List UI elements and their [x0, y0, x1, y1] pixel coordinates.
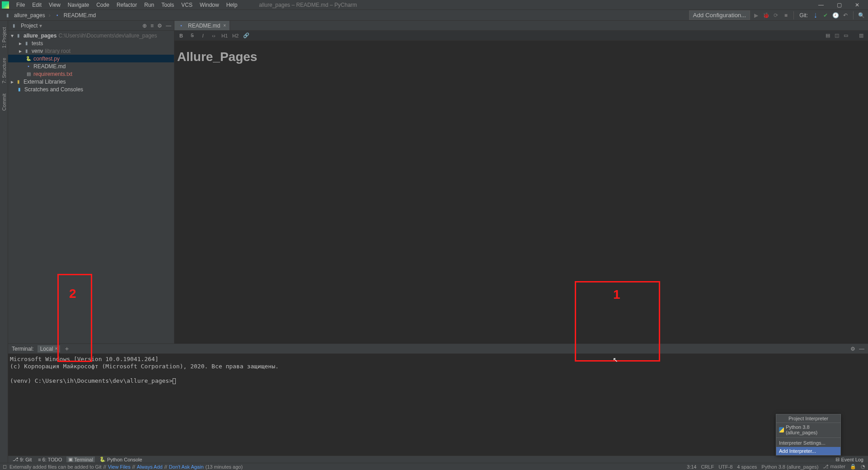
- status-time-ago: (13 minutes ago): [206, 464, 243, 470]
- popup-interpreter-settings[interactable]: Interpreter Settings...: [776, 439, 840, 447]
- status-branch[interactable]: ⎇ master: [823, 464, 845, 470]
- breadcrumb-separator-icon: ›: [49, 12, 51, 19]
- markdown-heading: Allure_Pages: [177, 50, 865, 64]
- popup-add-interpreter[interactable]: Add Interpreter...: [776, 447, 840, 455]
- strikethrough-icon[interactable]: S̶: [189, 33, 195, 38]
- menu-help[interactable]: Help: [223, 1, 241, 9]
- window-close-button[interactable]: ✕: [848, 0, 866, 10]
- tool-python-console-button[interactable]: 🐍 Python Console: [98, 456, 144, 462]
- hide-panel-icon[interactable]: —: [166, 23, 171, 29]
- menu-vcs[interactable]: VCS: [178, 1, 196, 9]
- tool-todo-button[interactable]: ≡ 6: TODO: [36, 457, 64, 462]
- menu-run[interactable]: Run: [141, 1, 158, 9]
- statusbar-left-icon[interactable]: ◻: [3, 464, 7, 470]
- locate-icon[interactable]: ⊕: [142, 23, 147, 29]
- tool-project-button[interactable]: 1: Project: [1, 25, 7, 50]
- expand-all-icon[interactable]: ≡: [150, 23, 154, 29]
- tree-conftest-file[interactable]: 🐍conftest.py: [8, 55, 174, 62]
- left-gutter: 1: Project 7: Structure Commit: [0, 21, 8, 470]
- h2-icon[interactable]: H2: [232, 33, 239, 38]
- run-icon[interactable]: ▶: [752, 11, 760, 19]
- run-coverage-icon[interactable]: ⟳: [772, 11, 780, 19]
- popup-title: Project Interpreter: [776, 414, 840, 423]
- breadcrumb: ▮allure_pages › ▪README.md: [3, 12, 98, 19]
- python-icon: [779, 427, 784, 432]
- statusbar: ◻ Externally added files can be added to…: [0, 463, 868, 470]
- git-rollback-icon[interactable]: ↶: [841, 11, 849, 19]
- status-encoding[interactable]: UTF-8: [718, 464, 732, 470]
- status-lock-icon[interactable]: 🔒: [850, 464, 856, 470]
- tool-structure-button[interactable]: 7: Structure: [1, 56, 7, 85]
- view-preview-icon[interactable]: ▭: [843, 33, 849, 38]
- menu-code[interactable]: Code: [93, 1, 113, 9]
- close-tab-icon[interactable]: ×: [223, 23, 226, 28]
- status-indent[interactable]: 4 spaces: [737, 464, 757, 470]
- tree-root[interactable]: ▾▮ allure_pages C:\Users\ih\Documents\de…: [8, 32, 174, 39]
- status-daemon-icon[interactable]: ◔: [861, 464, 865, 470]
- stop-icon[interactable]: ■: [782, 11, 790, 19]
- terminal-body[interactable]: Microsoft Windows [Version 10.0.19041.26…: [8, 354, 868, 456]
- view-rendered-icon[interactable]: ▥: [858, 33, 864, 38]
- tool-git-button[interactable]: ⎇ 9: Git: [11, 456, 33, 462]
- status-cursor-pos[interactable]: 3:14: [687, 464, 696, 470]
- terminal-cursor-icon: [173, 378, 176, 384]
- project-panel-title[interactable]: ▮Project ▾: [11, 23, 42, 29]
- status-message: Externally added files can be added to G…: [9, 464, 102, 470]
- menu-tools[interactable]: Tools: [158, 1, 178, 9]
- tree-readme-file[interactable]: ▪README.md: [8, 62, 174, 70]
- tool-terminal-button[interactable]: ▣ Terminal: [66, 456, 95, 462]
- breadcrumb-root[interactable]: ▮allure_pages: [3, 12, 47, 19]
- git-history-icon[interactable]: 🕘: [831, 11, 840, 19]
- link-icon[interactable]: 🔗: [243, 33, 249, 38]
- menubar: File Edit View Navigate Code Refactor Ru…: [0, 0, 868, 10]
- git-commit-icon[interactable]: ✔: [821, 11, 830, 19]
- tree-scratches[interactable]: ▮Scratches and Consoles: [8, 85, 174, 93]
- editor-tab-readme[interactable]: ▪README.md×: [174, 21, 230, 30]
- bold-icon[interactable]: B: [178, 33, 184, 38]
- menu-file[interactable]: File: [13, 1, 28, 9]
- menu-window[interactable]: Window: [196, 1, 223, 9]
- menu-navigate[interactable]: Navigate: [64, 1, 93, 9]
- status-link-dont-ask[interactable]: Don't Ask Again: [169, 464, 204, 470]
- view-editor-icon[interactable]: ▤: [825, 33, 831, 38]
- search-everywhere-icon[interactable]: 🔍: [857, 11, 865, 19]
- popup-current-interpreter[interactable]: Python 3.8 (allure_pages): [776, 423, 840, 437]
- tree-external-libs[interactable]: ▸▮External Libraries: [8, 78, 174, 85]
- window-maximize-button[interactable]: ▢: [830, 0, 848, 10]
- tree-requirements-file[interactable]: ▤requirements.txt: [8, 70, 174, 78]
- menu-view[interactable]: View: [45, 1, 64, 9]
- status-link-always-add[interactable]: Always Add: [137, 464, 163, 470]
- terminal-hide-icon[interactable]: —: [859, 346, 864, 352]
- debug-icon[interactable]: 🐞: [762, 11, 770, 19]
- status-interpreter[interactable]: Python 3.8 (allure_pages): [761, 464, 818, 470]
- git-label: Git:: [799, 12, 808, 19]
- bottom-toolbar: ⎇ 9: Git ≡ 6: TODO ▣ Terminal 🐍 Python C…: [8, 456, 868, 463]
- add-configuration-button[interactable]: Add Configuration...: [689, 10, 751, 20]
- tool-event-log-button[interactable]: ⊟ Event Log: [834, 456, 865, 462]
- markdown-toolbar: B S̶ I ‹› H1 H2 🔗 ▤ ◫ ▭ ▥: [174, 31, 868, 41]
- status-line-ending[interactable]: CRLF: [701, 464, 714, 470]
- menu-edit[interactable]: Edit: [28, 1, 45, 9]
- editor-tabs: ▪README.md×: [174, 21, 868, 31]
- git-pull-icon[interactable]: ⭭: [812, 11, 820, 19]
- view-split-icon[interactable]: ◫: [834, 33, 840, 38]
- terminal-tab-local[interactable]: Local ×: [38, 345, 61, 352]
- breadcrumb-file[interactable]: ▪README.md: [52, 12, 98, 19]
- window-minimize-button[interactable]: —: [812, 0, 830, 10]
- new-terminal-button[interactable]: ＋: [64, 345, 70, 353]
- tree-venv-folder[interactable]: ▸▮venv library root: [8, 47, 174, 55]
- close-terminal-tab-icon[interactable]: ×: [55, 346, 57, 351]
- italic-icon[interactable]: I: [200, 33, 206, 38]
- code-icon[interactable]: ‹›: [211, 33, 217, 38]
- terminal-settings-icon[interactable]: ⚙: [850, 346, 855, 352]
- menu-refactor[interactable]: Refactor: [113, 1, 141, 9]
- status-link-view-files[interactable]: View Files: [108, 464, 131, 470]
- terminal-label: Terminal:: [12, 346, 34, 352]
- app-icon: [2, 1, 9, 9]
- navbar: ▮allure_pages › ▪README.md Add Configura…: [0, 10, 868, 21]
- tool-commit-button[interactable]: Commit: [1, 92, 7, 113]
- settings-icon[interactable]: ⚙: [157, 23, 162, 29]
- tree-tests-folder[interactable]: ▸▮tests: [8, 39, 174, 47]
- h1-icon[interactable]: H1: [221, 33, 228, 38]
- terminal-panel: Terminal: Local × ＋ ⚙ — Microsoft Window…: [8, 343, 868, 456]
